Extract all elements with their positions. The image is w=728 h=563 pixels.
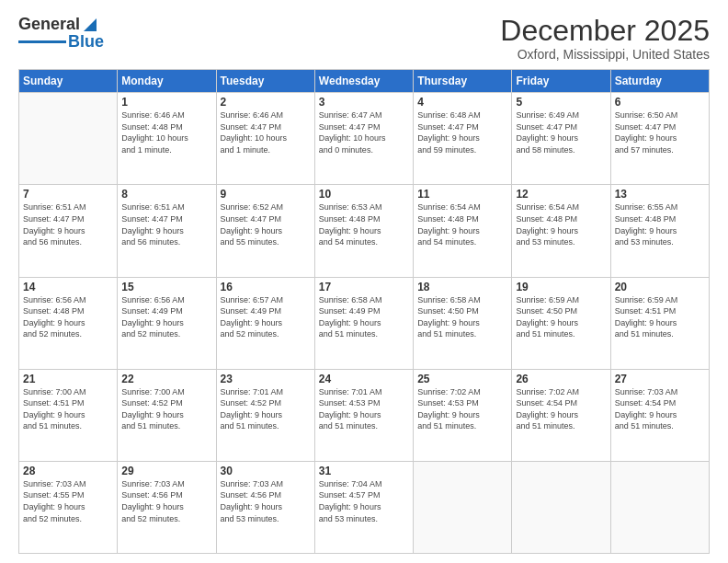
day-info: Sunrise: 6:47 AM Sunset: 4:47 PM Dayligh… (319, 109, 409, 155)
table-row: 30Sunrise: 7:03 AM Sunset: 4:56 PM Dayli… (216, 461, 314, 553)
table-row: 9Sunrise: 6:52 AM Sunset: 4:47 PM Daylig… (216, 185, 314, 277)
day-info: Sunrise: 7:03 AM Sunset: 4:54 PM Dayligh… (615, 386, 705, 432)
day-number: 14 (23, 281, 113, 293)
table-row: 20Sunrise: 6:59 AM Sunset: 4:51 PM Dayli… (610, 277, 709, 369)
day-number: 25 (417, 373, 507, 385)
calendar-page: General Blue December 2025 Oxford, Missi… (0, 0, 728, 563)
table-row: 3Sunrise: 6:47 AM Sunset: 4:47 PM Daylig… (314, 93, 413, 185)
table-row: 19Sunrise: 6:59 AM Sunset: 4:50 PM Dayli… (512, 277, 610, 369)
title-block: December 2025 Oxford, Mississippi, Unite… (500, 15, 710, 62)
day-number: 21 (23, 373, 113, 385)
day-info: Sunrise: 6:56 AM Sunset: 4:49 PM Dayligh… (121, 294, 211, 340)
table-row: 29Sunrise: 7:03 AM Sunset: 4:56 PM Dayli… (118, 461, 216, 553)
table-row (610, 461, 709, 553)
table-row: 28Sunrise: 7:03 AM Sunset: 4:55 PM Dayli… (19, 461, 118, 553)
day-info: Sunrise: 6:59 AM Sunset: 4:51 PM Dayligh… (615, 294, 705, 340)
day-number: 22 (121, 373, 211, 385)
day-number: 11 (417, 188, 507, 201)
calendar-header-row: Sunday Monday Tuesday Wednesday Thursday… (19, 70, 710, 93)
day-info: Sunrise: 6:52 AM Sunset: 4:47 PM Dayligh… (221, 201, 311, 247)
day-info: Sunrise: 6:56 AM Sunset: 4:48 PM Dayligh… (23, 294, 113, 340)
table-row: 15Sunrise: 6:56 AM Sunset: 4:49 PM Dayli… (118, 277, 216, 369)
day-info: Sunrise: 7:02 AM Sunset: 4:54 PM Dayligh… (516, 386, 606, 432)
table-row: 1Sunrise: 6:46 AM Sunset: 4:48 PM Daylig… (118, 93, 216, 185)
day-number: 1 (121, 96, 211, 109)
day-number: 26 (516, 373, 606, 385)
day-info: Sunrise: 6:49 AM Sunset: 4:47 PM Dayligh… (516, 109, 606, 155)
calendar-location: Oxford, Mississippi, United States (500, 47, 710, 62)
col-friday: Friday (512, 70, 610, 93)
table-row: 11Sunrise: 6:54 AM Sunset: 4:48 PM Dayli… (414, 185, 512, 277)
day-number: 31 (319, 465, 409, 477)
day-number: 15 (121, 281, 211, 293)
calendar-table: Sunday Monday Tuesday Wednesday Thursday… (18, 69, 710, 554)
table-row: 31Sunrise: 7:04 AM Sunset: 4:57 PM Dayli… (314, 461, 413, 553)
day-number: 6 (615, 96, 705, 109)
day-info: Sunrise: 6:46 AM Sunset: 4:48 PM Dayligh… (121, 109, 211, 155)
table-row: 14Sunrise: 6:56 AM Sunset: 4:48 PM Dayli… (19, 277, 118, 369)
day-info: Sunrise: 7:03 AM Sunset: 4:56 PM Dayligh… (121, 478, 211, 524)
day-info: Sunrise: 7:00 AM Sunset: 4:51 PM Dayligh… (23, 386, 113, 432)
day-number: 10 (319, 188, 409, 201)
table-row: 8Sunrise: 6:51 AM Sunset: 4:47 PM Daylig… (118, 185, 216, 277)
table-row: 24Sunrise: 7:01 AM Sunset: 4:53 PM Dayli… (314, 369, 413, 461)
col-wednesday: Wednesday (314, 70, 413, 93)
day-number: 30 (221, 465, 311, 477)
table-row: 26Sunrise: 7:02 AM Sunset: 4:54 PM Dayli… (512, 369, 610, 461)
col-sunday: Sunday (19, 70, 118, 93)
day-number: 24 (319, 373, 409, 385)
day-number: 19 (516, 281, 606, 293)
day-number: 7 (23, 188, 113, 201)
day-info: Sunrise: 6:55 AM Sunset: 4:48 PM Dayligh… (615, 201, 705, 247)
col-saturday: Saturday (610, 70, 709, 93)
col-monday: Monday (118, 70, 216, 93)
day-info: Sunrise: 7:03 AM Sunset: 4:56 PM Dayligh… (221, 478, 311, 524)
table-row: 12Sunrise: 6:54 AM Sunset: 4:48 PM Dayli… (512, 185, 610, 277)
calendar-title: December 2025 (500, 15, 710, 47)
table-row: 16Sunrise: 6:57 AM Sunset: 4:49 PM Dayli… (216, 277, 314, 369)
day-number: 5 (516, 96, 606, 109)
day-number: 2 (221, 96, 311, 109)
table-row: 5Sunrise: 6:49 AM Sunset: 4:47 PM Daylig… (512, 93, 610, 185)
day-info: Sunrise: 6:46 AM Sunset: 4:47 PM Dayligh… (221, 109, 311, 155)
day-number: 17 (319, 281, 409, 293)
day-number: 9 (221, 188, 311, 201)
day-info: Sunrise: 6:51 AM Sunset: 4:47 PM Dayligh… (23, 201, 113, 247)
table-row (512, 461, 610, 553)
day-info: Sunrise: 6:48 AM Sunset: 4:47 PM Dayligh… (417, 109, 507, 155)
table-row: 2Sunrise: 6:46 AM Sunset: 4:47 PM Daylig… (216, 93, 314, 185)
day-info: Sunrise: 6:58 AM Sunset: 4:50 PM Dayligh… (417, 294, 507, 340)
table-row: 18Sunrise: 6:58 AM Sunset: 4:50 PM Dayli… (414, 277, 512, 369)
table-row: 17Sunrise: 6:58 AM Sunset: 4:49 PM Dayli… (314, 277, 413, 369)
day-info: Sunrise: 7:01 AM Sunset: 4:53 PM Dayligh… (319, 386, 409, 432)
day-info: Sunrise: 7:01 AM Sunset: 4:52 PM Dayligh… (221, 386, 311, 432)
day-number: 3 (319, 96, 409, 109)
day-info: Sunrise: 7:02 AM Sunset: 4:53 PM Dayligh… (417, 386, 507, 432)
day-number: 12 (516, 188, 606, 201)
logo-blue-text: Blue (68, 32, 104, 52)
day-info: Sunrise: 6:54 AM Sunset: 4:48 PM Dayligh… (516, 201, 606, 247)
table-row: 4Sunrise: 6:48 AM Sunset: 4:47 PM Daylig… (414, 93, 512, 185)
logo-general-text: General (18, 15, 80, 34)
day-number: 13 (615, 188, 705, 201)
day-number: 28 (23, 465, 113, 477)
table-row: 27Sunrise: 7:03 AM Sunset: 4:54 PM Dayli… (610, 369, 709, 461)
day-number: 8 (121, 188, 211, 201)
table-row (414, 461, 512, 553)
day-info: Sunrise: 6:58 AM Sunset: 4:49 PM Dayligh… (319, 294, 409, 340)
day-info: Sunrise: 7:03 AM Sunset: 4:55 PM Dayligh… (23, 478, 113, 524)
svg-marker-0 (84, 18, 97, 31)
day-info: Sunrise: 6:53 AM Sunset: 4:48 PM Dayligh… (319, 201, 409, 247)
day-number: 4 (417, 96, 507, 109)
day-info: Sunrise: 6:50 AM Sunset: 4:47 PM Dayligh… (615, 109, 705, 155)
table-row: 23Sunrise: 7:01 AM Sunset: 4:52 PM Dayli… (216, 369, 314, 461)
day-info: Sunrise: 7:04 AM Sunset: 4:57 PM Dayligh… (319, 478, 409, 524)
day-info: Sunrise: 6:51 AM Sunset: 4:47 PM Dayligh… (121, 201, 211, 247)
table-row: 22Sunrise: 7:00 AM Sunset: 4:52 PM Dayli… (118, 369, 216, 461)
col-thursday: Thursday (414, 70, 512, 93)
day-number: 16 (221, 281, 311, 293)
table-row: 25Sunrise: 7:02 AM Sunset: 4:53 PM Dayli… (414, 369, 512, 461)
table-row: 21Sunrise: 7:00 AM Sunset: 4:51 PM Dayli… (19, 369, 118, 461)
day-number: 18 (417, 281, 507, 293)
day-number: 29 (121, 465, 211, 477)
